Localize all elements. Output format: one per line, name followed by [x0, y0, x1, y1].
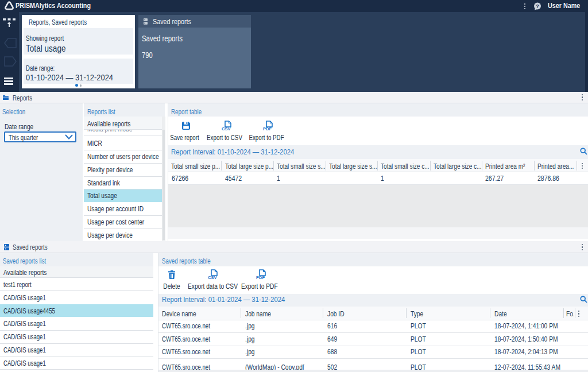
- svg-text:CSV: CSV: [208, 275, 216, 280]
- svg-text:CSV: CSV: [222, 126, 230, 131]
- svg-text:PDF: PDF: [263, 126, 272, 131]
- svg-text:?: ?: [536, 3, 539, 9]
- svg-text:PDF: PDF: [256, 275, 265, 280]
